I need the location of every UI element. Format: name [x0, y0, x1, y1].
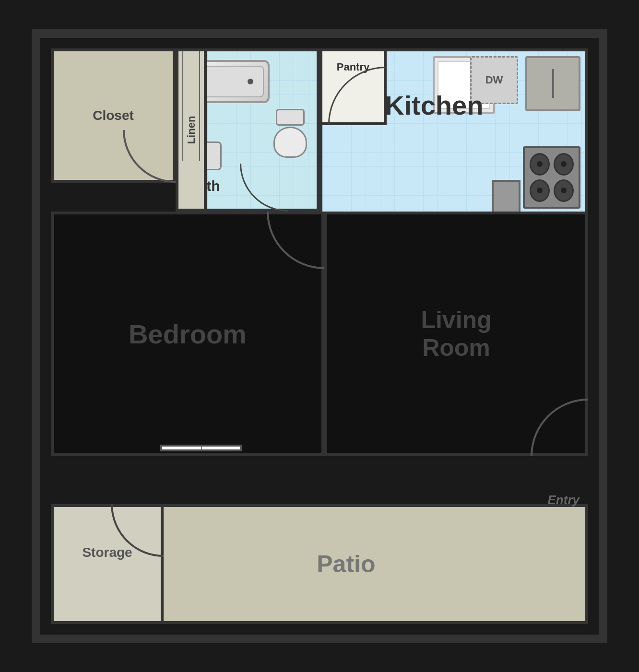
toilet [273, 109, 307, 157]
stove-burners [530, 153, 574, 202]
dw-label: DW [485, 74, 503, 86]
linen-label: Linen [185, 116, 198, 144]
bathtub-drain [248, 79, 253, 84]
burner-2 [554, 153, 574, 176]
linen-door-line-1 [199, 51, 200, 162]
kitchen-label: Kitchen [385, 90, 483, 121]
burner-1 [530, 153, 550, 176]
patio-label: Patio [317, 550, 375, 578]
toilet-bowl [273, 127, 307, 158]
storage-label: Storage [82, 545, 132, 560]
counter-below-stove [492, 180, 521, 213]
closet-room: Closet [51, 48, 176, 183]
bath-door-arc [240, 164, 288, 212]
linen-door-line-2 [182, 51, 183, 162]
closet-label: Closet [93, 108, 134, 123]
living-room: Living Room [324, 212, 588, 456]
storage-area: Storage [51, 504, 164, 624]
pantry-door-arc [328, 67, 386, 124]
living-room-door-arc [531, 399, 588, 456]
burner-3 [530, 179, 550, 202]
counter-top-right [525, 56, 580, 111]
pantry-room: Pantry [320, 48, 387, 125]
bedroom-label: Bedroom [129, 318, 247, 349]
bedroom-room: Bedroom [51, 212, 324, 456]
window-divider [201, 447, 202, 449]
bathtub-inner [199, 66, 264, 97]
bedroom-door-arc [267, 212, 324, 269]
burner-4 [554, 179, 574, 202]
counter-handle [552, 69, 554, 98]
linen-closet: Linen [176, 48, 207, 212]
floorplan: DW Kitchen Pantry [32, 29, 607, 643]
entry-label: Entry [548, 493, 580, 507]
bedroom-bottom-window [160, 445, 242, 451]
living-room-label: Living Room [421, 306, 491, 362]
stove [523, 146, 580, 209]
closet-door-arc [123, 130, 176, 183]
toilet-tank [276, 109, 305, 126]
